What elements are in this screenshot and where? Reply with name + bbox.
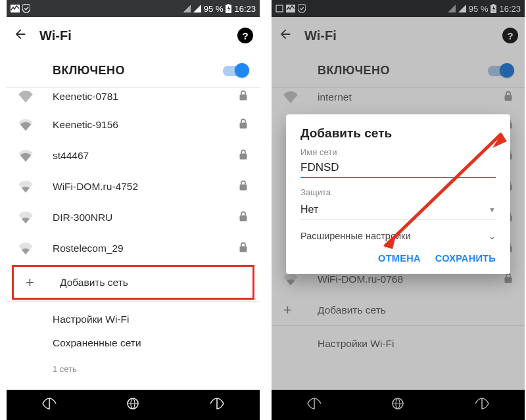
wifi-toggle[interactable] (223, 66, 248, 76)
wifi-icon (18, 243, 45, 254)
signal-icon (193, 5, 201, 12)
app-bar: Wi-Fi ? (7, 17, 260, 54)
battery-icon (226, 4, 231, 13)
no-sim-icon (448, 5, 456, 12)
wifi-settings-label: Настройки Wi-Fi (318, 338, 513, 350)
network-row[interactable]: Keenetic-0781 (7, 88, 260, 109)
security-select[interactable]: Нет ▼ (300, 198, 496, 220)
wifi-icon (18, 119, 45, 131)
plus-icon: + (283, 303, 310, 317)
no-sim-icon (183, 5, 191, 12)
add-network-label: Добавить сеть (60, 277, 241, 289)
navigation-bar (272, 390, 525, 420)
shield-icon (298, 4, 306, 13)
phone-right: 95 % 16:23 Wi-Fi ? ВКЛЮЧЕНО internet WiF… (272, 0, 525, 420)
back-icon[interactable] (278, 27, 293, 44)
nav-back-icon[interactable] (305, 397, 323, 413)
dialog-title: Добавить сеть (300, 126, 496, 141)
graph-icon (286, 5, 295, 12)
enabled-label: ВКЛЮЧЕНО (53, 64, 223, 78)
lock-icon (239, 180, 248, 193)
wifi-icon (283, 273, 310, 285)
network-name: WiFi-DOM.ru-4752 (53, 181, 239, 193)
network-list: Keenetic-0781 Keenetic-9156 st44467 (7, 88, 260, 420)
security-value: Нет (300, 204, 318, 216)
network-row[interactable]: internet (272, 88, 525, 109)
cancel-button[interactable]: ОТМЕНА (378, 253, 421, 264)
back-icon[interactable] (13, 27, 28, 44)
network-row[interactable]: st44467 (7, 140, 260, 171)
shield-icon (22, 4, 30, 13)
battery-icon (490, 4, 496, 13)
wifi-icon (283, 91, 310, 103)
plus-icon: + (26, 275, 52, 290)
wifi-enabled-row[interactable]: ВКЛЮЧЕНО (7, 54, 260, 88)
graph-icon (11, 5, 20, 12)
battery-text: 95 % (204, 4, 224, 14)
wifi-toggle[interactable] (488, 66, 513, 76)
network-row[interactable]: WiFi-DOM.ru-4752 (7, 171, 260, 202)
security-label: Защита (300, 187, 496, 197)
network-row[interactable]: DIR-300NRU (7, 202, 260, 233)
saved-networks-row[interactable]: Сохраненные сети 1 сеть (7, 337, 260, 374)
network-row[interactable]: Keenetic-9156 (7, 109, 260, 140)
svg-rect-15 (505, 95, 512, 101)
battery-text: 95 % (469, 4, 489, 14)
dropdown-icon: ▼ (489, 206, 496, 214)
wifi-icon (18, 181, 45, 193)
saved-networks-count: 1 сеть (53, 364, 77, 374)
signal-icon (458, 5, 466, 12)
help-icon[interactable]: ? (237, 28, 253, 43)
add-network-row[interactable]: + Добавить сеть (14, 267, 252, 298)
wifi-settings-label: Настройки Wi-Fi (53, 314, 248, 325)
wifi-icon (18, 91, 45, 103)
nav-home-icon[interactable] (391, 396, 405, 413)
wifi-settings-row[interactable]: Настройки Wi-Fi (272, 326, 525, 362)
save-button[interactable]: СОХРАНИТЬ (435, 253, 496, 264)
phone-left: 95 % 16:23 Wi-Fi ? ВКЛЮЧЕНО Keenetic-078… (7, 0, 260, 420)
svg-rect-8 (240, 215, 247, 221)
nav-recents-icon[interactable] (473, 397, 491, 413)
network-row[interactable]: Rostelecom_29 (7, 233, 260, 264)
app-bar: Wi-Fi ? (272, 17, 525, 54)
svg-rect-6 (240, 153, 247, 159)
wifi-enabled-row[interactable]: ВКЛЮЧЕНО (272, 54, 525, 88)
advanced-label: Расширенные настройки (300, 231, 411, 241)
wifi-icon (18, 150, 45, 162)
navigation-bar (7, 390, 260, 420)
lock-icon (239, 118, 248, 131)
lock-icon (239, 242, 248, 255)
screenshot-icon (275, 5, 283, 12)
nav-recents-icon[interactable] (208, 397, 226, 413)
network-name: internet (318, 91, 504, 103)
network-name-input[interactable] (300, 157, 496, 178)
svg-rect-5 (240, 122, 247, 128)
svg-rect-3 (227, 4, 229, 5)
enabled-label: ВКЛЮЧЕНО (318, 64, 488, 78)
nav-home-icon[interactable] (126, 396, 140, 413)
status-bar: 95 % 16:23 (7, 0, 260, 17)
wifi-settings-row[interactable]: Настройки Wi-Fi (7, 302, 260, 337)
saved-networks-label: Сохраненные сети (53, 337, 141, 363)
network-name: DIR-300NRU (53, 212, 239, 223)
clock-text: 16:23 (234, 4, 256, 14)
page-title: Wi-Fi (39, 28, 226, 43)
network-name: Rostelecom_29 (53, 243, 239, 254)
svg-rect-11 (276, 5, 283, 12)
add-network-highlight: + Добавить сеть (12, 265, 254, 300)
dialog-actions: ОТМЕНА СОХРАНИТЬ (300, 249, 496, 269)
add-network-label: Добавить сеть (318, 304, 513, 316)
lock-icon (239, 90, 248, 103)
clock-text: 16:23 (499, 4, 521, 14)
add-network-row[interactable]: + Добавить сеть (272, 294, 525, 325)
nav-back-icon[interactable] (40, 397, 59, 413)
lock-icon (504, 273, 513, 286)
lock-icon (239, 211, 248, 224)
status-bar: 95 % 16:23 (272, 0, 525, 17)
advanced-settings-row[interactable]: Расширенные настройки ⌄ (300, 220, 496, 249)
help-icon[interactable]: ? (502, 28, 518, 43)
add-network-dialog: Добавить сеть Имя сети Защита Нет ▼ Расш… (286, 114, 510, 274)
svg-rect-21 (505, 277, 512, 283)
svg-rect-9 (240, 246, 247, 252)
network-name: Keenetic-0781 (53, 91, 239, 103)
